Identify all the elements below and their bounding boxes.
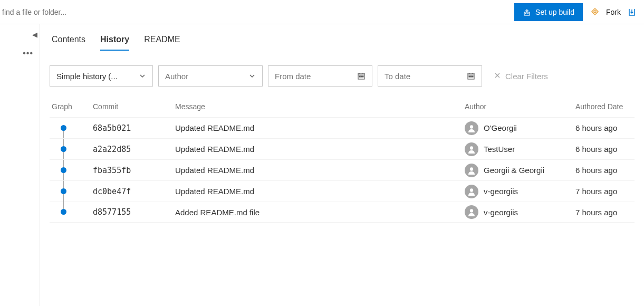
svg-point-16 <box>470 209 473 212</box>
history-filter-label: Simple history (... <box>56 72 118 81</box>
svg-point-14 <box>470 167 473 170</box>
header-message: Message <box>175 102 465 111</box>
header-author: Author <box>465 102 575 111</box>
commit-date: 7 hours ago <box>575 208 635 217</box>
svg-rect-9 <box>469 76 470 77</box>
table-header: Graph Commit Message Author Authored Dat… <box>50 99 635 117</box>
commit-hash[interactable]: 68a5b021 <box>93 123 175 133</box>
commit-message[interactable]: Updated README.md <box>175 145 465 154</box>
from-date-input[interactable]: From date <box>268 65 372 87</box>
tab-bar: Contents History README <box>50 35 635 51</box>
fork-label: Fork <box>606 8 621 16</box>
svg-point-13 <box>470 146 473 149</box>
fork-icon <box>590 7 600 17</box>
author-name: Georgii & Georgii <box>484 166 544 175</box>
avatar <box>465 205 478 219</box>
graph-cell <box>52 139 93 160</box>
avatar <box>465 185 478 198</box>
author-name: TestUser <box>484 145 515 154</box>
left-gutter: ◀ ••• <box>0 24 40 306</box>
graph-node-icon <box>61 125 66 131</box>
chevron-down-icon <box>248 72 256 80</box>
commit-hash[interactable]: a2a22d85 <box>93 145 175 154</box>
commit-hash[interactable]: d8577155 <box>93 207 175 217</box>
commit-date: 7 hours ago <box>575 187 635 196</box>
author-filter-select[interactable]: Author <box>158 65 263 87</box>
svg-rect-10 <box>470 76 472 77</box>
commit-author: v-georgiis <box>465 205 575 219</box>
commit-list: 68a5b021Updated README.mdO'Georgii6 hour… <box>50 117 635 223</box>
commit-author: v-georgiis <box>465 185 575 198</box>
commit-author: O'Georgii <box>465 121 575 135</box>
graph-cell <box>52 118 93 139</box>
author-name: O'Georgii <box>484 123 517 132</box>
svg-rect-5 <box>359 76 360 77</box>
svg-rect-11 <box>472 76 473 77</box>
chevron-down-icon <box>139 72 146 80</box>
top-actions: Set up build Fork <box>514 0 644 24</box>
commit-hash[interactable]: dc0be47f <box>93 187 175 196</box>
main-content: Contents History README Simple history (… <box>40 24 644 306</box>
svg-rect-1 <box>525 13 526 14</box>
graph-cell <box>52 160 93 181</box>
svg-rect-2 <box>527 13 528 14</box>
collapse-icon[interactable]: ◀ <box>32 31 37 39</box>
table-row[interactable]: a2a22d85Updated README.mdTestUser6 hours… <box>50 138 635 159</box>
svg-rect-7 <box>362 76 363 77</box>
filters-row: Simple history (... Author From date <box>50 65 635 87</box>
from-date-placeholder: From date <box>275 72 311 81</box>
to-date-placeholder: To date <box>385 72 410 81</box>
search-input[interactable]: find a file or folder... <box>0 8 66 16</box>
commit-message[interactable]: Updated README.md <box>175 187 465 196</box>
commit-message[interactable]: Updated README.md <box>175 166 465 175</box>
commit-message[interactable]: Added README.md file <box>175 208 465 217</box>
tab-readme[interactable]: README <box>144 35 180 51</box>
graph-node-icon <box>61 209 66 215</box>
tab-contents[interactable]: Contents <box>52 35 85 51</box>
more-button[interactable]: ••• <box>23 49 33 58</box>
avatar <box>465 121 478 135</box>
svg-point-12 <box>470 125 473 128</box>
tab-history[interactable]: History <box>100 35 129 51</box>
setup-build-button[interactable]: Set up build <box>514 3 583 21</box>
clear-filters-button[interactable]: Clear Filters <box>494 72 548 81</box>
graph-cell <box>52 181 93 202</box>
author-name: v-georgiis <box>484 208 518 217</box>
svg-rect-6 <box>361 76 362 77</box>
history-filter-select[interactable]: Simple history (... <box>50 65 153 87</box>
avatar <box>465 164 478 177</box>
commit-message[interactable]: Updated README.md <box>175 123 465 132</box>
graph-node-icon <box>61 146 66 152</box>
commit-date: 6 hours ago <box>575 166 635 175</box>
to-date-input[interactable]: To date <box>378 65 482 87</box>
avatar <box>465 142 478 156</box>
setup-build-label: Set up build <box>535 8 574 16</box>
commit-author: TestUser <box>465 142 575 156</box>
header-date: Authored Date <box>575 102 635 111</box>
clear-filters-label: Clear Filters <box>505 72 548 81</box>
main-layout: ◀ ••• Contents History README Simple his… <box>0 24 644 306</box>
download-icon[interactable] <box>627 7 637 17</box>
commit-hash[interactable]: fba355fb <box>93 166 175 175</box>
table-row[interactable]: dc0be47fUpdated README.mdv-georgiis7 hou… <box>50 180 635 202</box>
graph-cell <box>52 202 93 223</box>
fork-button[interactable]: Fork <box>583 7 644 17</box>
svg-point-15 <box>470 188 473 192</box>
top-bar: find a file or folder... Set up build Fo <box>0 0 644 24</box>
graph-node-icon <box>61 167 66 173</box>
header-graph: Graph <box>52 102 93 111</box>
graph-node-icon <box>61 188 66 194</box>
svg-rect-0 <box>524 12 530 15</box>
calendar-icon <box>467 72 475 80</box>
commit-author: Georgii & Georgii <box>465 164 575 177</box>
commit-date: 6 hours ago <box>575 123 635 132</box>
table-row[interactable]: 68a5b021Updated README.mdO'Georgii6 hour… <box>50 117 635 138</box>
table-row[interactable]: fba355fbUpdated README.mdGeorgii & Georg… <box>50 159 635 180</box>
author-filter-placeholder: Author <box>165 72 188 81</box>
svg-point-3 <box>594 11 596 13</box>
calendar-icon <box>357 72 366 80</box>
table-row[interactable]: d8577155Added README.md filev-georgiis7 … <box>50 202 635 223</box>
close-icon <box>494 72 501 81</box>
build-icon <box>523 8 531 16</box>
author-name: v-georgiis <box>484 187 518 196</box>
